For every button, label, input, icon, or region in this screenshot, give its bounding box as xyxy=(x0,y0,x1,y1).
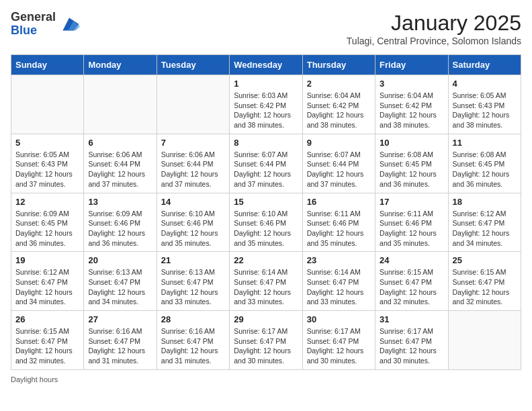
calendar-cell: 9Sunrise: 6:07 AMSunset: 6:44 PMDaylight… xyxy=(302,134,375,193)
calendar-cell: 23Sunrise: 6:14 AMSunset: 6:47 PMDayligh… xyxy=(302,252,375,311)
calendar-cell: 5Sunrise: 6:05 AMSunset: 6:43 PMDaylight… xyxy=(11,134,84,193)
day-number: 15 xyxy=(234,197,298,207)
day-info: Sunrise: 6:10 AMSunset: 6:46 PMDaylight:… xyxy=(234,209,298,248)
calendar-table: SundayMondayTuesdayWednesdayThursdayFrid… xyxy=(11,54,521,370)
calendar-cell: 28Sunrise: 6:16 AMSunset: 6:47 PMDayligh… xyxy=(157,311,229,370)
day-number: 17 xyxy=(380,197,443,207)
day-info: Sunrise: 6:06 AMSunset: 6:44 PMDaylight:… xyxy=(161,150,225,189)
calendar-cell: 14Sunrise: 6:10 AMSunset: 6:46 PMDayligh… xyxy=(157,193,229,252)
day-info: Sunrise: 6:12 AMSunset: 6:47 PMDaylight:… xyxy=(453,209,517,248)
day-number: 30 xyxy=(307,314,371,324)
day-info: Sunrise: 6:15 AMSunset: 6:47 PMDaylight:… xyxy=(15,326,79,366)
day-info: Sunrise: 6:17 AMSunset: 6:47 PMDaylight:… xyxy=(234,326,298,366)
calendar-cell xyxy=(448,311,521,370)
day-info: Sunrise: 6:03 AMSunset: 6:42 PMDaylight:… xyxy=(234,91,298,130)
day-info: Sunrise: 6:14 AMSunset: 6:47 PMDaylight:… xyxy=(234,267,298,307)
calendar-cell: 29Sunrise: 6:17 AMSunset: 6:47 PMDayligh… xyxy=(230,311,302,370)
calendar-cell: 26Sunrise: 6:15 AMSunset: 6:47 PMDayligh… xyxy=(11,311,84,370)
daylight-hours-label: Daylight hours xyxy=(11,375,58,383)
weekday-header-monday: Monday xyxy=(84,55,157,75)
weekday-header-thursday: Thursday xyxy=(302,55,375,75)
calendar-cell: 19Sunrise: 6:12 AMSunset: 6:47 PMDayligh… xyxy=(11,252,84,311)
day-info: Sunrise: 6:05 AMSunset: 6:43 PMDaylight:… xyxy=(453,91,517,130)
day-number: 6 xyxy=(88,138,152,148)
weekday-header-wednesday: Wednesday xyxy=(230,55,302,75)
footer: Daylight hours xyxy=(11,375,521,383)
day-number: 25 xyxy=(453,255,517,265)
location-subtitle: Tulagi, Central Province, Solomon Island… xyxy=(347,36,521,46)
day-number: 1 xyxy=(234,79,298,89)
day-number: 10 xyxy=(380,138,443,148)
day-info: Sunrise: 6:07 AMSunset: 6:44 PMDaylight:… xyxy=(234,150,298,189)
calendar-cell: 1Sunrise: 6:03 AMSunset: 6:42 PMDaylight… xyxy=(230,75,302,134)
day-info: Sunrise: 6:14 AMSunset: 6:47 PMDaylight:… xyxy=(307,267,371,307)
weekday-header-tuesday: Tuesday xyxy=(157,55,229,75)
calendar-cell: 21Sunrise: 6:13 AMSunset: 6:47 PMDayligh… xyxy=(157,252,229,311)
day-number: 11 xyxy=(453,138,517,148)
logo: General Blue xyxy=(11,11,80,38)
day-number: 22 xyxy=(234,255,298,265)
day-info: Sunrise: 6:15 AMSunset: 6:47 PMDaylight:… xyxy=(453,267,517,307)
calendar-cell: 24Sunrise: 6:15 AMSunset: 6:47 PMDayligh… xyxy=(375,252,448,311)
day-number: 9 xyxy=(307,138,371,148)
day-number: 26 xyxy=(15,314,79,324)
calendar-week-3: 12Sunrise: 6:09 AMSunset: 6:45 PMDayligh… xyxy=(11,193,521,252)
logo-text: General Blue xyxy=(11,11,56,38)
weekday-header-saturday: Saturday xyxy=(448,55,521,75)
calendar-cell: 22Sunrise: 6:14 AMSunset: 6:47 PMDayligh… xyxy=(230,252,302,311)
calendar-cell: 6Sunrise: 6:06 AMSunset: 6:44 PMDaylight… xyxy=(84,134,157,193)
day-number: 28 xyxy=(161,314,225,324)
day-info: Sunrise: 6:06 AMSunset: 6:44 PMDaylight:… xyxy=(88,150,152,189)
calendar-body: 1Sunrise: 6:03 AMSunset: 6:42 PMDaylight… xyxy=(11,75,521,370)
logo-general: General xyxy=(11,11,56,24)
calendar-week-4: 19Sunrise: 6:12 AMSunset: 6:47 PMDayligh… xyxy=(11,252,521,311)
day-number: 16 xyxy=(307,197,371,207)
day-info: Sunrise: 6:15 AMSunset: 6:47 PMDaylight:… xyxy=(380,267,443,307)
day-number: 13 xyxy=(88,197,152,207)
calendar-cell: 8Sunrise: 6:07 AMSunset: 6:44 PMDaylight… xyxy=(230,134,302,193)
day-number: 5 xyxy=(15,138,79,148)
day-number: 4 xyxy=(453,79,517,89)
month-title: January 2025 xyxy=(347,11,521,36)
calendar-cell: 12Sunrise: 6:09 AMSunset: 6:45 PMDayligh… xyxy=(11,193,84,252)
calendar-cell: 13Sunrise: 6:09 AMSunset: 6:46 PMDayligh… xyxy=(84,193,157,252)
calendar-cell: 25Sunrise: 6:15 AMSunset: 6:47 PMDayligh… xyxy=(448,252,521,311)
calendar-cell: 17Sunrise: 6:11 AMSunset: 6:46 PMDayligh… xyxy=(375,193,448,252)
calendar-cell: 16Sunrise: 6:11 AMSunset: 6:46 PMDayligh… xyxy=(302,193,375,252)
calendar-cell xyxy=(84,75,157,134)
calendar-cell: 11Sunrise: 6:08 AMSunset: 6:45 PMDayligh… xyxy=(448,134,521,193)
calendar-cell: 30Sunrise: 6:17 AMSunset: 6:47 PMDayligh… xyxy=(302,311,375,370)
day-info: Sunrise: 6:17 AMSunset: 6:47 PMDaylight:… xyxy=(380,326,443,366)
day-info: Sunrise: 6:17 AMSunset: 6:47 PMDaylight:… xyxy=(307,326,371,366)
logo-blue: Blue xyxy=(11,24,56,38)
day-info: Sunrise: 6:16 AMSunset: 6:47 PMDaylight:… xyxy=(88,326,152,366)
calendar-cell: 4Sunrise: 6:05 AMSunset: 6:43 PMDaylight… xyxy=(448,75,521,134)
day-number: 8 xyxy=(234,138,298,148)
day-info: Sunrise: 6:16 AMSunset: 6:47 PMDaylight:… xyxy=(161,326,225,366)
calendar-cell: 20Sunrise: 6:13 AMSunset: 6:47 PMDayligh… xyxy=(84,252,157,311)
day-info: Sunrise: 6:04 AMSunset: 6:42 PMDaylight:… xyxy=(380,91,443,130)
calendar-cell: 18Sunrise: 6:12 AMSunset: 6:47 PMDayligh… xyxy=(448,193,521,252)
calendar-header: SundayMondayTuesdayWednesdayThursdayFrid… xyxy=(11,55,521,75)
day-info: Sunrise: 6:11 AMSunset: 6:46 PMDaylight:… xyxy=(307,209,371,248)
day-info: Sunrise: 6:08 AMSunset: 6:45 PMDaylight:… xyxy=(380,150,443,189)
weekday-header-friday: Friday xyxy=(375,55,448,75)
day-number: 27 xyxy=(88,314,152,324)
day-number: 29 xyxy=(234,314,298,324)
day-info: Sunrise: 6:07 AMSunset: 6:44 PMDaylight:… xyxy=(307,150,371,189)
logo-icon xyxy=(58,13,80,35)
calendar-cell: 7Sunrise: 6:06 AMSunset: 6:44 PMDaylight… xyxy=(157,134,229,193)
calendar-week-1: 1Sunrise: 6:03 AMSunset: 6:42 PMDaylight… xyxy=(11,75,521,134)
day-number: 24 xyxy=(380,255,443,265)
day-info: Sunrise: 6:12 AMSunset: 6:47 PMDaylight:… xyxy=(15,267,79,307)
day-number: 14 xyxy=(161,197,225,207)
day-number: 19 xyxy=(15,255,79,265)
day-number: 3 xyxy=(380,79,443,89)
day-info: Sunrise: 6:13 AMSunset: 6:47 PMDaylight:… xyxy=(161,267,225,307)
weekday-header-row: SundayMondayTuesdayWednesdayThursdayFrid… xyxy=(11,55,521,75)
day-info: Sunrise: 6:04 AMSunset: 6:42 PMDaylight:… xyxy=(307,91,371,130)
day-info: Sunrise: 6:05 AMSunset: 6:43 PMDaylight:… xyxy=(15,150,79,189)
day-info: Sunrise: 6:10 AMSunset: 6:46 PMDaylight:… xyxy=(161,209,225,248)
day-info: Sunrise: 6:08 AMSunset: 6:45 PMDaylight:… xyxy=(453,150,517,189)
calendar-cell: 10Sunrise: 6:08 AMSunset: 6:45 PMDayligh… xyxy=(375,134,448,193)
